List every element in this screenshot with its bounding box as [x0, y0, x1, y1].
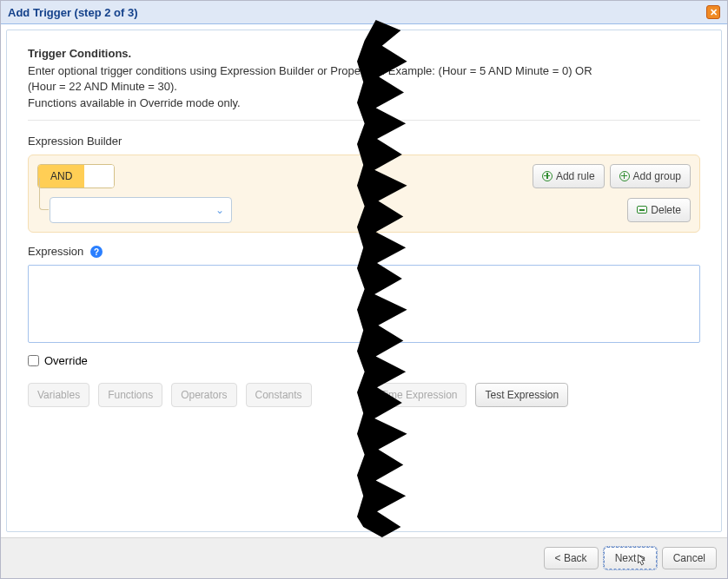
add-group-button[interactable]: Add group: [610, 164, 691, 188]
constants-button: Constants: [246, 383, 312, 407]
functions-button: Functions: [98, 383, 162, 407]
test-expression-button[interactable]: Test Expression: [475, 383, 568, 407]
add-group-label: Add group: [633, 170, 681, 182]
dialog-footer: < Back Next > Cancel: [1, 537, 727, 578]
next-button[interactable]: Next >: [604, 547, 657, 569]
delete-label: Delete: [651, 204, 681, 216]
plus-icon: [619, 171, 630, 181]
conjunction-toggle[interactable]: AND: [37, 164, 115, 188]
variables-button: Variables: [28, 383, 89, 407]
minus-icon: [637, 206, 647, 214]
expression-label: Expression: [28, 245, 83, 258]
chevron-down-icon: ⌄: [215, 204, 224, 216]
close-icon[interactable]: ✕: [706, 5, 720, 19]
add-rule-label: Add rule: [556, 170, 595, 182]
cancel-button[interactable]: Cancel: [662, 547, 717, 569]
dialog-header: Add Trigger (step 2 of 3) ✕: [1, 1, 727, 24]
back-button[interactable]: < Back: [544, 547, 599, 569]
add-rule-button[interactable]: Add rule: [533, 164, 605, 188]
override-checkbox[interactable]: [28, 355, 39, 366]
operators-button: Operators: [171, 383, 236, 407]
delete-rule-button[interactable]: Delete: [627, 198, 691, 222]
conjunction-or[interactable]: [84, 165, 114, 188]
help-icon[interactable]: ?: [90, 246, 103, 258]
plus-icon: [542, 171, 553, 181]
section-heading: Trigger Conditions.: [28, 47, 131, 60]
override-label: Override: [44, 354, 88, 367]
rule-field-select[interactable]: ⌄: [50, 197, 232, 223]
dialog-title: Add Trigger (step 2 of 3): [8, 6, 138, 19]
add-trigger-dialog: Add Trigger (step 2 of 3) ✕ Trigger Cond…: [0, 0, 728, 579]
